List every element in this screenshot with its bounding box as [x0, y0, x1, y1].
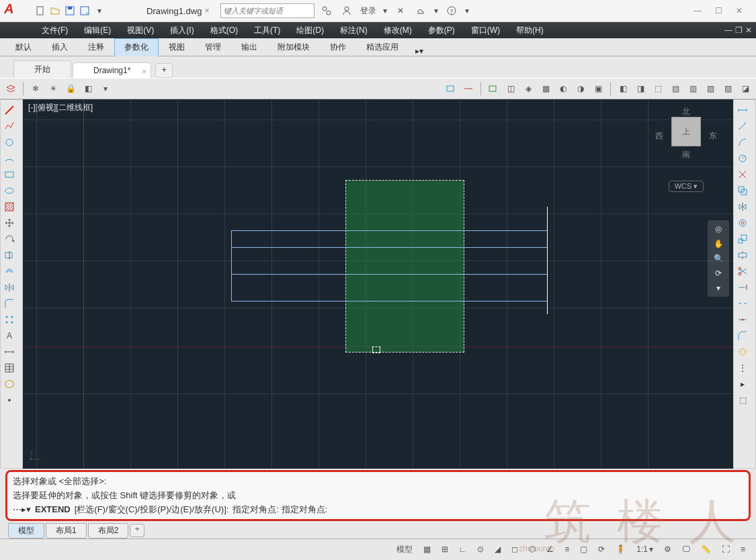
- rtab-parametric[interactable]: 参数化: [114, 38, 159, 56]
- sb-otrack-icon[interactable]: ∠: [542, 545, 558, 554]
- more-tools3-icon[interactable]: ⬚: [735, 393, 750, 408]
- doc-restore-icon[interactable]: ❐: [735, 26, 743, 35]
- cloud-dropdown-icon[interactable]: ▾: [434, 6, 438, 15]
- exchange-icon[interactable]: ✕: [394, 4, 407, 17]
- nav-zoom-icon[interactable]: 🔍: [714, 254, 724, 263]
- dtab-add-button[interactable]: +: [155, 63, 173, 78]
- tb-icon-17[interactable]: ◪: [737, 81, 753, 97]
- tb-icon-7[interactable]: ◐: [555, 81, 571, 97]
- tb-icon-5[interactable]: ◈: [520, 81, 536, 97]
- block-icon[interactable]: [2, 377, 17, 391]
- nav-orbit-icon[interactable]: ⟳: [715, 269, 722, 278]
- nav-pan-icon[interactable]: ✋: [714, 239, 724, 248]
- close-icon[interactable]: ✕: [736, 6, 743, 15]
- menu-insert[interactable]: 插入(I): [162, 22, 202, 38]
- hatch-icon[interactable]: [2, 199, 17, 214]
- app-logo[interactable]: A: [4, 1, 24, 20]
- mirror-icon[interactable]: [2, 280, 17, 295]
- tb-icon-10[interactable]: ◧: [615, 81, 631, 97]
- vc-east[interactable]: 东: [709, 130, 717, 142]
- ltab-add-button[interactable]: +: [130, 524, 144, 537]
- tb-icon-3[interactable]: [485, 81, 501, 97]
- sb-gear-icon[interactable]: ⚙: [660, 545, 675, 554]
- erase-icon[interactable]: [735, 167, 750, 182]
- command-line[interactable]: 选择对象或 <全部选择>: 选择要延伸的对象，或按住 Shift 键选择要修剪的…: [5, 470, 751, 521]
- nav-more-icon[interactable]: ▾: [716, 283, 720, 293]
- rtab-featured[interactable]: 精选应用: [356, 38, 409, 56]
- tb-icon-1[interactable]: [443, 81, 459, 97]
- dim-linear-icon[interactable]: [735, 103, 750, 118]
- sb-3dosnap-icon[interactable]: ⬡: [525, 545, 540, 554]
- tb-icon-6[interactable]: ▦: [538, 81, 554, 97]
- sb-polar-icon[interactable]: ⊙: [473, 545, 488, 554]
- trim2-icon[interactable]: [735, 264, 750, 279]
- ltab-model[interactable]: 模型: [8, 523, 44, 539]
- circle-icon[interactable]: [2, 135, 17, 150]
- sb-osnap-icon[interactable]: ◻: [507, 545, 522, 554]
- rect-icon[interactable]: [2, 167, 17, 182]
- rtab-manage[interactable]: 管理: [195, 38, 231, 56]
- menu-file[interactable]: 文件(F): [34, 22, 76, 38]
- help-dropdown-icon[interactable]: ▾: [465, 6, 469, 15]
- ribbon-expand-icon[interactable]: ▸▾: [415, 46, 429, 56]
- rtab-annotate[interactable]: 注释: [78, 38, 114, 56]
- tb-icon-13[interactable]: ▤: [667, 81, 683, 97]
- break-icon[interactable]: [735, 296, 750, 311]
- menu-modify[interactable]: 修改(M): [376, 22, 420, 38]
- menu-format[interactable]: 格式(O): [202, 22, 246, 38]
- dim-radius-icon[interactable]: [735, 151, 750, 166]
- rotate-icon[interactable]: [2, 232, 17, 246]
- sb-standing-icon[interactable]: 🧍: [612, 545, 630, 554]
- document-close-icon[interactable]: ×: [204, 6, 214, 15]
- sb-lineweight-icon[interactable]: ≡: [560, 545, 573, 554]
- rtab-collab[interactable]: 协作: [320, 38, 356, 56]
- sb-isodraft-icon[interactable]: ◢: [491, 545, 505, 554]
- sb-ruler-icon[interactable]: 📏: [697, 545, 715, 554]
- dtab-close-icon[interactable]: ×: [142, 66, 147, 77]
- sun-icon[interactable]: ☀: [45, 81, 61, 97]
- tb-icon-11[interactable]: ◨: [632, 81, 648, 97]
- sb-scale[interactable]: 1:1 ▾: [632, 545, 657, 554]
- join-icon[interactable]: [735, 312, 750, 327]
- move-icon[interactable]: [2, 216, 17, 230]
- more-tools-icon[interactable]: ⋮: [735, 361, 750, 375]
- rtab-insert[interactable]: 插入: [42, 38, 78, 56]
- mirror2-icon[interactable]: [735, 199, 750, 214]
- layer-props-icon[interactable]: [3, 81, 19, 97]
- sb-ortho-icon[interactable]: ∟: [455, 545, 471, 554]
- dim-icon[interactable]: [2, 344, 17, 359]
- ucs-icon[interactable]: Y X: [30, 450, 40, 462]
- sb-monitor-icon[interactable]: 🖵: [678, 545, 694, 554]
- dtab-start[interactable]: 开始: [13, 60, 71, 78]
- offset2-icon[interactable]: [735, 216, 750, 230]
- sb-cycle-icon[interactable]: ⟳: [594, 545, 609, 554]
- sb-grid-icon[interactable]: ▦: [419, 545, 435, 554]
- menu-draw[interactable]: 绘图(D): [288, 22, 332, 38]
- qat-dropdown-icon[interactable]: ▾: [93, 4, 106, 17]
- tb-icon-14[interactable]: ▥: [685, 81, 701, 97]
- saveas-icon[interactable]: [78, 4, 91, 17]
- chamfer-icon[interactable]: [735, 328, 750, 343]
- search-icon[interactable]: [320, 4, 333, 17]
- menu-parameters[interactable]: 参数(P): [420, 22, 463, 38]
- menu-help[interactable]: 帮助(H): [508, 22, 552, 38]
- menu-window[interactable]: 窗口(W): [463, 22, 508, 38]
- extend-icon[interactable]: [735, 280, 750, 295]
- ellipse-icon[interactable]: [2, 183, 17, 198]
- sb-snap-icon[interactable]: ⊞: [437, 545, 452, 554]
- text-icon[interactable]: A: [2, 328, 17, 343]
- rtab-default[interactable]: 默认: [5, 38, 42, 56]
- cmd-arrow-icon[interactable]: ⋯▸▾: [13, 503, 31, 517]
- help-icon[interactable]: ?: [445, 4, 458, 17]
- array-icon[interactable]: [2, 312, 17, 327]
- tb-icon-9[interactable]: ▣: [590, 81, 606, 97]
- view-cube[interactable]: 北 西 东 上 南 WCS ▾: [659, 106, 713, 180]
- menu-tools[interactable]: 工具(T): [246, 22, 288, 38]
- login-label[interactable]: 登录: [360, 5, 376, 17]
- drawing-canvas[interactable]: [-][俯视][二维线框] /*grid via CSS would be he…: [23, 99, 733, 469]
- stretch-icon[interactable]: [735, 248, 750, 263]
- vc-north[interactable]: 北: [659, 106, 713, 118]
- tb-icon-12[interactable]: ⬚: [650, 81, 666, 97]
- cloud-icon[interactable]: [414, 4, 427, 17]
- login-dropdown-icon[interactable]: ▾: [383, 6, 387, 15]
